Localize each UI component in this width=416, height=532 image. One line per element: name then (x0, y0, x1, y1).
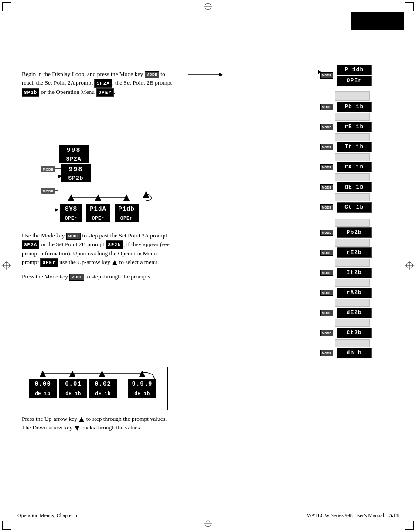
sp2a-inline-2: SP2A (22, 240, 39, 249)
diagram-2: 0.00 dE 1b 0.01 dE 1b 0.02 dE 1b 9.9.9 d… (24, 367, 168, 410)
svg-marker-66 (79, 417, 84, 422)
rc-item-dbb: MODE db b (320, 348, 396, 358)
rc-blank-7 (335, 219, 370, 227)
svg-text:998: 998 (66, 147, 81, 154)
rc-item-it1b: MODE It 1b (320, 142, 396, 152)
corner-tr (405, 2, 414, 11)
svg-text:SYS: SYS (65, 206, 77, 213)
svg-text:dE 1b: dE 1b (35, 391, 51, 396)
mode-label-ra1b: MODE (320, 164, 333, 170)
diagram-1: 998 SP2A MODE 998 ► SP2b MODE ► SYS OPEr (24, 144, 172, 227)
right-column: MODE P 1db OPEr MODE Pb 1b MODE rE 1b MO… (320, 65, 396, 359)
svg-text:0.00: 0.00 (34, 381, 51, 388)
sp2a-inline: SP2A (94, 79, 112, 88)
reg-mark-left (2, 261, 11, 271)
svg-marker-67 (75, 426, 80, 431)
svg-text:P1db: P1db (118, 206, 135, 213)
mode-label-p1db: MODE (320, 72, 333, 79)
rc-display-p1db-bot: OPEr (337, 76, 372, 86)
column-divider (188, 65, 188, 414)
svg-text:SP2A: SP2A (66, 156, 81, 162)
annotation-arrow (294, 70, 321, 74)
svg-text:dE 1b: dE 1b (65, 391, 81, 396)
rc-blank-12 (335, 319, 370, 327)
svg-text:dE 1b: dE 1b (134, 391, 150, 396)
footer-left: Operation Menus, Chapter 5 (17, 512, 77, 519)
rc-display-re2b: rE2b (337, 247, 372, 258)
paragraph-1: Begin in the Display Loop, and press the… (22, 70, 172, 101)
rc-display-p1db-top: P 1db (337, 65, 372, 75)
mode-label-it1b: MODE (320, 144, 333, 150)
rc-display-de1b: dE 1b (337, 182, 372, 192)
mode-label-re1b: MODE (320, 124, 333, 130)
svg-text:MODE: MODE (43, 168, 54, 172)
rc-blank-3 (335, 133, 370, 141)
rc-item-re1b: MODE rE 1b (320, 122, 396, 132)
rc-blank-9 (335, 259, 370, 267)
rc-spacer-2 (320, 213, 396, 219)
rc-blank-8 (335, 239, 370, 247)
rc-display-it1b: It 1b (337, 142, 372, 152)
rc-blank-13 (335, 339, 370, 347)
divider-arrow (188, 72, 223, 79)
svg-text:MODE: MODE (43, 189, 54, 193)
svg-text:OPEr: OPEr (92, 216, 104, 221)
svg-text:OPEr: OPEr (120, 216, 133, 221)
rc-blank-11 (335, 299, 370, 307)
svg-text:0.01: 0.01 (65, 381, 82, 388)
svg-text:998: 998 (68, 166, 83, 173)
down-arrow-icon (74, 425, 80, 431)
mode-label-pb1b: MODE (320, 104, 333, 110)
rc-item-de2b: MODE dE2b (320, 308, 396, 318)
rc-blank-4 (335, 153, 370, 161)
up-arrow-icon-2 (78, 416, 85, 422)
rc-display-ct1b: Ct 1b (337, 202, 372, 213)
oper-inline-1: OPEr (96, 88, 114, 97)
rc-blank-10 (335, 279, 370, 287)
rc-item-de1b: MODE dE 1b (320, 182, 396, 192)
mode-label-re2b: MODE (320, 250, 333, 256)
reg-mark-top (204, 2, 212, 13)
corner-bl (2, 521, 11, 530)
footer-right-text: WATLOW Series 998 User's Manual 5.13 (307, 512, 399, 519)
rc-item-ra1b: MODE rA 1b (320, 162, 396, 172)
mode-key-1: MODE (145, 71, 159, 78)
mode-label-de1b: MODE (320, 184, 333, 190)
header-black-box (351, 12, 404, 30)
rc-item-ra2b: MODE rA2b (320, 288, 396, 298)
rc-item-re2b: MODE rE2b (320, 247, 396, 258)
rc-spacer-1 (320, 87, 396, 91)
rc-display-pb1b: Pb 1b (337, 102, 372, 112)
rc-item-ct2b: MODE Ct2b (320, 328, 396, 338)
mode-label-dbb: MODE (320, 350, 333, 356)
corner-br (405, 521, 414, 530)
mode-label-ra2b: MODE (320, 290, 333, 296)
svg-text:OPEr: OPEr (65, 216, 77, 221)
oper-inline-2: OPEr (40, 258, 58, 267)
mode-label-pb2b: MODE (320, 230, 333, 236)
reg-mark-right (405, 261, 414, 271)
rc-display-ra1b: rA 1b (337, 162, 372, 172)
rc-display-dbb: db b (337, 348, 372, 358)
paragraph-2: Use the Mode key MODE to step past the S… (22, 231, 172, 286)
mode-key-2: MODE (66, 233, 81, 240)
page-number: 5.13 (389, 512, 399, 518)
svg-text:dE 1b: dE 1b (95, 391, 111, 396)
up-arrow-icon-1 (112, 260, 118, 266)
sp2b-inline: SP2b (22, 88, 39, 97)
svg-text:P1dA: P1dA (90, 206, 106, 213)
paragraph-3: Press the Up-arrow key to step through t… (22, 415, 172, 437)
rc-item-pb2b: MODE Pb2b (320, 227, 396, 238)
rc-display-re1b: rE 1b (337, 122, 372, 132)
rc-item-it2b: MODE It2b (320, 268, 396, 278)
rc-display-pb2b: Pb2b (337, 227, 372, 238)
rc-display-ct2b: Ct2b (337, 328, 372, 338)
svg-text:►: ► (54, 206, 60, 213)
mode-label-it2b: MODE (320, 270, 333, 276)
mode-label-ct1b: MODE (320, 204, 333, 210)
rc-display-it2b: It2b (337, 268, 372, 278)
svg-text:9.9.9: 9.9.9 (132, 381, 152, 388)
rc-item-pb1b: MODE Pb 1b (320, 102, 396, 112)
svg-marker-44 (112, 260, 117, 265)
rc-blank-1 (335, 91, 370, 101)
